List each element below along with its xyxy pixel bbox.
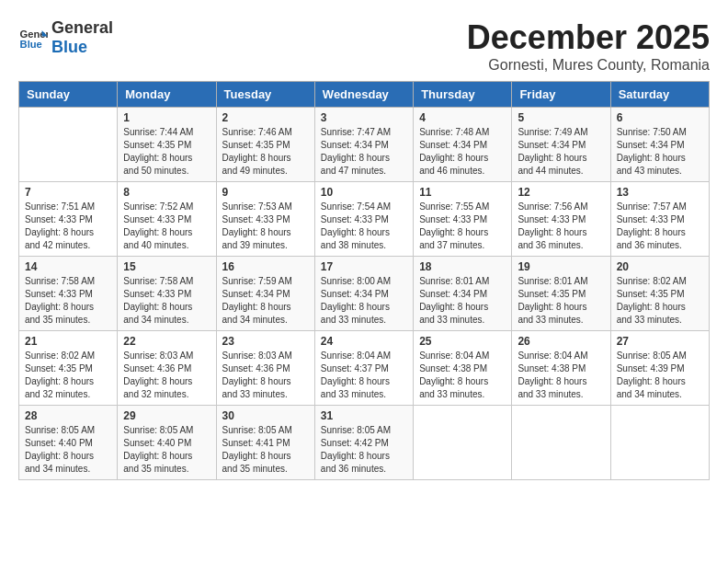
day-header-sunday: Sunday xyxy=(19,82,118,108)
cell-line: Daylight: 8 hours xyxy=(321,450,407,463)
cell-line: and 32 minutes. xyxy=(123,388,210,401)
day-number: 5 xyxy=(518,111,604,124)
day-number: 4 xyxy=(419,111,506,124)
cell-line: Daylight: 8 hours xyxy=(617,152,703,165)
cell-line: Sunset: 4:33 PM xyxy=(617,213,703,226)
cell-line: and 34 minutes. xyxy=(222,314,309,327)
calendar-cell: 9Sunrise: 7:53 AMSunset: 4:33 PMDaylight… xyxy=(216,182,314,257)
calendar-cell: 15Sunrise: 7:58 AMSunset: 4:33 PMDayligh… xyxy=(118,257,216,331)
cell-line: Daylight: 8 hours xyxy=(123,301,210,314)
cell-line: and 36 minutes. xyxy=(518,239,604,252)
calendar-cell xyxy=(19,108,118,182)
cell-line: Sunrise: 7:54 AM xyxy=(321,201,407,213)
day-number: 16 xyxy=(222,260,309,273)
day-number: 20 xyxy=(617,260,703,273)
day-number: 11 xyxy=(419,186,506,199)
cell-line: and 43 minutes. xyxy=(617,165,703,178)
cell-line: Sunrise: 7:53 AM xyxy=(222,201,309,213)
day-header-monday: Monday xyxy=(118,82,216,108)
calendar-cell: 30Sunrise: 8:05 AMSunset: 4:41 PMDayligh… xyxy=(216,406,314,480)
cell-line: Daylight: 8 hours xyxy=(518,152,604,165)
cell-line: and 34 minutes. xyxy=(617,388,703,401)
cell-line: Daylight: 8 hours xyxy=(419,301,506,314)
cell-line: Daylight: 8 hours xyxy=(222,375,309,388)
cell-line: and 33 minutes. xyxy=(321,388,407,401)
cell-line: Sunset: 4:37 PM xyxy=(321,362,407,375)
calendar-cell: 6Sunrise: 7:50 AMSunset: 4:34 PMDaylight… xyxy=(610,108,709,182)
cell-line: and 40 minutes. xyxy=(123,239,210,252)
cell-line: and 36 minutes. xyxy=(321,463,407,476)
cell-line: and 44 minutes. xyxy=(518,165,604,178)
day-number: 10 xyxy=(321,186,407,199)
cell-line: Sunset: 4:41 PM xyxy=(222,437,309,450)
calendar-cell: 1Sunrise: 7:44 AMSunset: 4:35 PMDaylight… xyxy=(118,108,216,182)
cell-line: Sunset: 4:33 PM xyxy=(123,288,210,301)
calendar-cell: 10Sunrise: 7:54 AMSunset: 4:33 PMDayligh… xyxy=(314,182,413,257)
cell-line: Sunset: 4:34 PM xyxy=(617,139,703,152)
week-row-4: 21Sunrise: 8:02 AMSunset: 4:35 PMDayligh… xyxy=(19,331,710,406)
cell-line: Daylight: 8 hours xyxy=(617,226,703,239)
cell-line: Sunset: 4:38 PM xyxy=(419,362,506,375)
cell-line: Sunrise: 7:50 AM xyxy=(617,126,703,139)
calendar-cell: 7Sunrise: 7:51 AMSunset: 4:33 PMDaylight… xyxy=(19,182,118,257)
cell-line: Sunrise: 8:01 AM xyxy=(518,275,604,288)
cell-line: Daylight: 8 hours xyxy=(518,301,604,314)
cell-line: and 49 minutes. xyxy=(222,165,309,178)
calendar-cell: 25Sunrise: 8:04 AMSunset: 4:38 PMDayligh… xyxy=(414,331,512,406)
cell-line: Daylight: 8 hours xyxy=(419,375,506,388)
calendar-cell: 16Sunrise: 7:59 AMSunset: 4:34 PMDayligh… xyxy=(216,257,314,331)
day-number: 30 xyxy=(222,409,309,422)
day-number: 18 xyxy=(419,260,506,273)
calendar-cell: 29Sunrise: 8:05 AMSunset: 4:40 PMDayligh… xyxy=(118,406,216,480)
cell-line: Sunset: 4:34 PM xyxy=(321,139,407,152)
week-row-5: 28Sunrise: 8:05 AMSunset: 4:40 PMDayligh… xyxy=(19,406,710,480)
logo-icon: General Blue xyxy=(18,23,48,52)
cell-line: Sunset: 4:35 PM xyxy=(518,288,604,301)
cell-line: and 36 minutes. xyxy=(617,239,703,252)
cell-line: Daylight: 8 hours xyxy=(321,226,407,239)
cell-line: Sunrise: 8:02 AM xyxy=(25,350,111,362)
cell-line: Daylight: 8 hours xyxy=(617,375,703,388)
cell-line: Daylight: 8 hours xyxy=(123,375,210,388)
cell-line: Sunset: 4:35 PM xyxy=(222,139,309,152)
day-header-saturday: Saturday xyxy=(610,82,709,108)
location-title: Gornesti, Mures County, Romania xyxy=(467,57,710,74)
cell-line: Sunset: 4:33 PM xyxy=(25,288,111,301)
cell-line: and 38 minutes. xyxy=(321,239,407,252)
cell-line: Daylight: 8 hours xyxy=(222,450,309,463)
cell-line: Sunrise: 7:58 AM xyxy=(123,275,210,288)
calendar-cell: 13Sunrise: 7:57 AMSunset: 4:33 PMDayligh… xyxy=(610,182,709,257)
cell-line: and 46 minutes. xyxy=(419,165,506,178)
day-number: 12 xyxy=(518,186,604,199)
week-row-2: 7Sunrise: 7:51 AMSunset: 4:33 PMDaylight… xyxy=(19,182,710,257)
cell-line: Sunrise: 7:44 AM xyxy=(123,126,210,139)
cell-line: Sunrise: 7:51 AM xyxy=(25,201,111,213)
cell-line: Sunrise: 7:57 AM xyxy=(617,201,703,213)
cell-line: and 50 minutes. xyxy=(123,165,210,178)
cell-line: Sunset: 4:36 PM xyxy=(123,362,210,375)
day-number: 23 xyxy=(222,335,309,348)
cell-line: and 35 minutes. xyxy=(123,463,210,476)
cell-line: and 33 minutes. xyxy=(222,388,309,401)
day-number: 6 xyxy=(617,111,703,124)
calendar-cell: 5Sunrise: 7:49 AMSunset: 4:34 PMDaylight… xyxy=(512,108,610,182)
cell-line: Daylight: 8 hours xyxy=(222,152,309,165)
day-number: 19 xyxy=(518,260,604,273)
calendar-cell: 27Sunrise: 8:05 AMSunset: 4:39 PMDayligh… xyxy=(610,331,709,406)
calendar-cell xyxy=(414,406,512,480)
day-header-wednesday: Wednesday xyxy=(314,82,413,108)
cell-line: Daylight: 8 hours xyxy=(321,375,407,388)
cell-line: Sunrise: 7:58 AM xyxy=(25,275,111,288)
calendar-cell: 24Sunrise: 8:04 AMSunset: 4:37 PMDayligh… xyxy=(314,331,413,406)
cell-line: Daylight: 8 hours xyxy=(123,226,210,239)
cell-line: Sunrise: 8:04 AM xyxy=(419,350,506,362)
cell-line: Sunrise: 7:46 AM xyxy=(222,126,309,139)
calendar-cell: 22Sunrise: 8:03 AMSunset: 4:36 PMDayligh… xyxy=(118,331,216,406)
day-number: 9 xyxy=(222,186,309,199)
cell-line: Sunset: 4:34 PM xyxy=(222,288,309,301)
cell-line: Sunset: 4:38 PM xyxy=(518,362,604,375)
day-number: 31 xyxy=(321,409,407,422)
day-number: 14 xyxy=(25,260,111,273)
day-header-friday: Friday xyxy=(512,82,610,108)
cell-line: Sunset: 4:33 PM xyxy=(222,213,309,226)
